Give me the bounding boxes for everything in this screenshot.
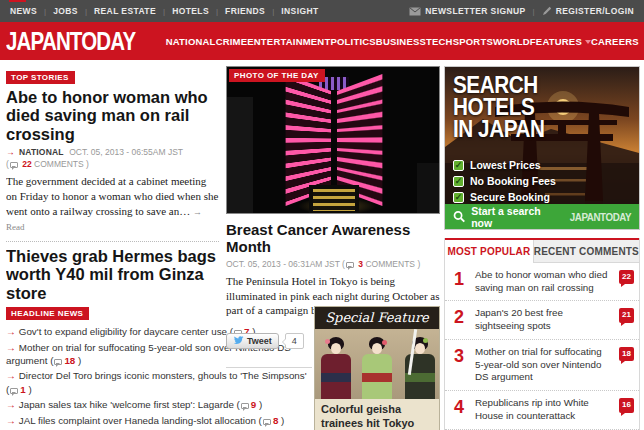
headline-item[interactable]: →JAL files complaint over Haneda landing…: [6, 414, 309, 427]
divider: |: [163, 7, 165, 16]
arrow-icon: →: [6, 399, 16, 410]
article: Abe to honor woman who died saving man o…: [6, 88, 219, 234]
checkmark-icon: ✓: [453, 176, 464, 187]
nav-item-business[interactable]: BUSINESS: [376, 36, 426, 47]
divider: |: [85, 7, 87, 16]
right-column: SEARCH HOTELS IN JAPAN ✓ Lowest Prices ✓…: [444, 66, 640, 430]
article-date: OCT. 05, 2013 - 06:55AM JST: [69, 147, 183, 157]
photo-of-day-label: PHOTO OF THE DAY: [229, 69, 325, 82]
article-excerpt: The government decided at a cabinet meet…: [6, 174, 219, 233]
headline-comment-count: (9 ): [237, 399, 263, 410]
ad-bullet: ✓ Lowest Prices: [453, 159, 556, 171]
rank-number: 2: [454, 306, 464, 329]
topbar-link-insight[interactable]: INSIGHT: [281, 6, 318, 16]
photo-meta: OCT. 05, 2013 - 06:31AM JST ( 3 COMMENTS…: [226, 259, 440, 269]
popular-item-text: Japan's 20 best free sightseeing spots: [475, 307, 563, 331]
popular-tabs: MOST POPULAR RECENT COMMENTS: [445, 238, 639, 263]
geisha-figure: [319, 337, 353, 399]
geisha-figure: [360, 337, 394, 399]
nav-item-careers[interactable]: CAREERS: [591, 36, 639, 47]
geisha-photo: [315, 329, 439, 399]
article-title[interactable]: Abe to honor woman who died saving man o…: [6, 88, 219, 143]
site-logo[interactable]: JAPANTODAY: [6, 27, 135, 56]
article-comments[interactable]: ( 22 COMMENTS ): [6, 159, 219, 169]
topbar-link-hotels[interactable]: HOTELS: [172, 6, 209, 16]
topbar-link-friends[interactable]: FRIENDS: [225, 6, 265, 16]
top-stories-section: TOP STORIES Abe to honor woman who died …: [6, 66, 219, 302]
divider: [226, 367, 312, 368]
arrow-icon: →: [6, 147, 15, 157]
checkmark-icon: ✓: [453, 192, 464, 203]
divider: |: [216, 7, 218, 16]
ad-bullets: ✓ Lowest Prices ✓ No Booking Fees ✓ Secu…: [453, 159, 556, 207]
special-feature-box[interactable]: Special Feature Colorful geisha trainees…: [314, 306, 440, 430]
tab-most-popular[interactable]: MOST POPULAR: [445, 240, 534, 263]
register-login-link[interactable]: REGISTER/LOGIN: [556, 6, 634, 16]
checkmark-icon: ✓: [453, 160, 464, 171]
popular-item[interactable]: 3Mother on trial for suffocating 5-year-…: [445, 340, 639, 391]
popular-item-text: Republicans rip into White House in coun…: [475, 397, 589, 421]
nav-item-features[interactable]: FEATURES: [530, 36, 591, 47]
search-icon: [453, 210, 465, 223]
ad-brand-logo: JAPANTODAY: [570, 211, 631, 223]
tab-recent-comments[interactable]: RECENT COMMENTS: [534, 240, 639, 263]
headline-item[interactable]: →Japan sales tax hike 'welcome first ste…: [6, 398, 309, 411]
hotel-search-ad[interactable]: SEARCH HOTELS IN JAPAN ✓ Lowest Prices ✓…: [444, 66, 640, 230]
comment-bubble-icon: [10, 388, 18, 394]
start-search-button[interactable]: Start a search now JAPANTODAY: [445, 204, 639, 229]
popular-item-text: Abe to honor woman who died saving man o…: [475, 269, 607, 293]
comment-bubble-icon: [241, 403, 249, 409]
popular-item[interactable]: 4Republicans rip into White House in cou…: [445, 391, 639, 429]
topbar-link-jobs[interactable]: JOBS: [53, 6, 78, 16]
comment-bubble-icon: [346, 262, 354, 268]
nav-item-entertainment[interactable]: ENTERTAINMENT: [247, 36, 330, 47]
ad-headline: SEARCH HOTELS IN JAPAN: [453, 75, 544, 141]
headline-news-label: HEADLINE NEWS: [6, 307, 89, 320]
topbar-link-real-estate[interactable]: REAL ESTATE: [94, 6, 156, 16]
rank-number: 4: [454, 396, 464, 419]
comment-bubble-icon: [10, 162, 18, 168]
nav-item-world[interactable]: WORLD: [493, 36, 530, 47]
popular-item[interactable]: 1Abe to honor woman who died saving man …: [445, 263, 639, 301]
comment-count-badge: 22: [619, 270, 634, 284]
nav-item-national[interactable]: NATIONAL: [166, 36, 216, 47]
comment-count-badge: 16: [619, 398, 634, 412]
tweet-button[interactable]: Tweet: [226, 333, 279, 349]
nav-item-crime[interactable]: CRIME: [216, 36, 248, 47]
newsletter-signup-link[interactable]: NEWSLETTER SIGNUP: [425, 6, 525, 16]
nav-item-tech[interactable]: TECH: [426, 36, 453, 47]
building-silhouette: [227, 97, 253, 214]
nav-item-politics[interactable]: POLITICS: [330, 36, 375, 47]
main-nav: JAPANTODAY NATIONAL CRIME ENTERTAINMENT …: [0, 22, 644, 60]
photo-title[interactable]: Breast Cancer Awareness Month: [226, 221, 440, 255]
arrow-icon: →: [6, 326, 16, 337]
building-silhouette: [417, 163, 439, 214]
envelope-icon: [409, 7, 421, 16]
divider: |: [44, 7, 46, 16]
popular-item-text: Mother on trial for suffocating 5-year-o…: [475, 346, 602, 382]
ad-bullet: ✓ No Booking Fees: [453, 175, 556, 187]
comment-count-badge: 18: [619, 347, 634, 361]
article: Thieves grab Hermes bags worth Y40 mil f…: [6, 247, 219, 302]
photo-of-day-image[interactable]: PHOTO OF THE DAY: [226, 66, 440, 214]
popular-item[interactable]: 2Japan's 20 best free sightseeing spots2…: [445, 301, 639, 339]
comment-count-badge: 21: [619, 308, 634, 322]
article-category[interactable]: NATIONAL: [19, 147, 64, 157]
arrow-icon: →: [6, 370, 16, 381]
nav-item-sports[interactable]: SPORTS: [453, 36, 493, 47]
article-title[interactable]: Thieves grab Hermes bags worth Y40 mil f…: [6, 247, 219, 302]
article-meta: → NATIONAL OCT. 05, 2013 - 06:55AM JST: [6, 147, 219, 157]
rank-number: 3: [454, 345, 464, 368]
active-section-tick: [9, 0, 26, 2]
topbar-link-news[interactable]: NEWS: [10, 6, 37, 16]
most-popular-widget: MOST POPULAR RECENT COMMENTS 1Abe to hon…: [444, 238, 640, 430]
twitter-bird-icon: [233, 336, 244, 345]
special-feature-caption[interactable]: Colorful geisha trainees hit Tokyo: [315, 399, 439, 430]
divider: [6, 241, 219, 242]
special-feature-header: Special Feature: [315, 307, 439, 329]
headline-item[interactable]: →Director Del Toro brings iconic monster…: [6, 369, 309, 395]
comment-bubble-icon: [263, 419, 271, 425]
rank-number: 1: [454, 268, 464, 291]
headline-comment-count: (8 ): [259, 415, 285, 426]
headline-comment-count: (18 ): [50, 355, 81, 366]
